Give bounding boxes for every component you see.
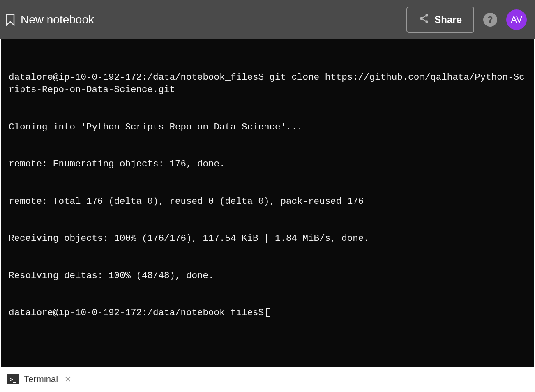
svg-point-0 bbox=[426, 14, 429, 17]
footer-tab-bar: >_ Terminal ✕ bbox=[0, 367, 535, 391]
share-label: Share bbox=[434, 14, 462, 25]
header-right: Share ? AV bbox=[406, 7, 527, 33]
terminal-output[interactable]: datalore@ip-10-0-192-172:/data/notebook_… bbox=[1, 39, 534, 367]
terminal-prompt: datalore@ip-10-0-192-172:/data/notebook_… bbox=[9, 307, 264, 318]
terminal-line: datalore@ip-10-0-192-172:/data/notebook_… bbox=[9, 71, 526, 96]
header-bar: New notebook Share ? AV bbox=[0, 0, 535, 39]
share-icon bbox=[419, 13, 429, 26]
share-button[interactable]: Share bbox=[406, 7, 474, 33]
tab-terminal[interactable]: >_ Terminal ✕ bbox=[0, 367, 81, 391]
terminal-line: Resolving deltas: 100% (48/48), done. bbox=[9, 270, 526, 282]
svg-point-2 bbox=[426, 20, 429, 23]
avatar[interactable]: AV bbox=[506, 9, 527, 30]
terminal-line: Cloning into 'Python-Scripts-Repo-on-Dat… bbox=[9, 121, 526, 133]
terminal-icon: >_ bbox=[7, 374, 19, 384]
bookmark-icon[interactable] bbox=[5, 13, 16, 26]
help-button[interactable]: ? bbox=[483, 13, 497, 27]
header-left: New notebook bbox=[4, 13, 94, 26]
terminal-line: remote: Enumerating objects: 176, done. bbox=[9, 158, 526, 170]
svg-point-1 bbox=[420, 17, 423, 20]
terminal-cursor bbox=[266, 308, 270, 317]
notebook-title[interactable]: New notebook bbox=[21, 13, 94, 26]
tab-label: Terminal bbox=[24, 374, 58, 385]
close-icon[interactable]: ✕ bbox=[65, 375, 71, 383]
terminal-line: Receiving objects: 100% (176/176), 117.5… bbox=[9, 232, 526, 244]
terminal-line: remote: Total 176 (delta 0), reused 0 (d… bbox=[9, 195, 526, 208]
terminal-prompt-line: datalore@ip-10-0-192-172:/data/notebook_… bbox=[9, 307, 526, 319]
